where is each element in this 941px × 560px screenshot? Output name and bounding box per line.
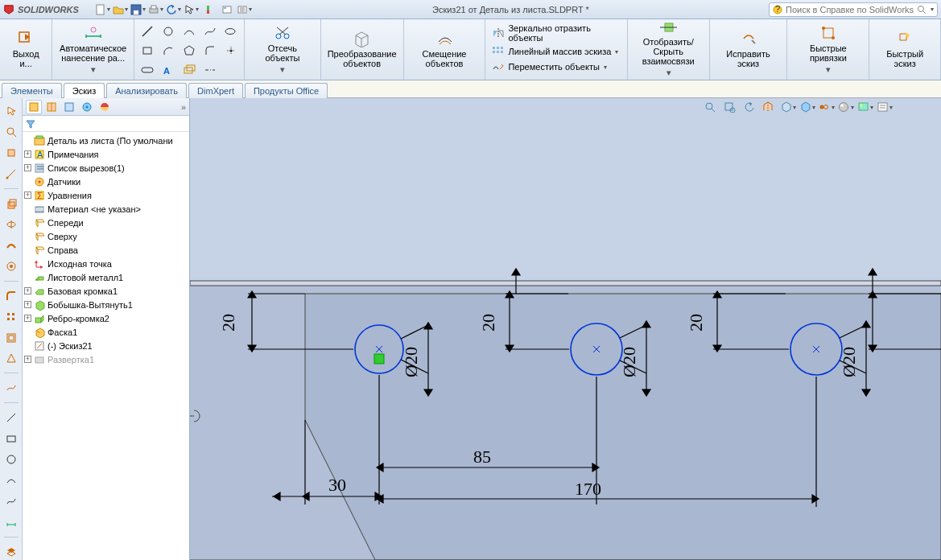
dim-flyout-button[interactable] <box>3 514 19 530</box>
tree-top[interactable]: Сверху <box>23 229 189 243</box>
dim-20-mid[interactable]: 20 <box>478 314 498 331</box>
sketch-select-button[interactable] <box>3 166 19 182</box>
curve-flyout-button[interactable] <box>3 380 19 396</box>
tree-cutlist[interactable]: +Список вырезов(1) <box>23 161 189 175</box>
mirror-button[interactable]: Зеркально отразить объекты <box>489 23 623 43</box>
dim-30[interactable]: 30 <box>328 475 346 495</box>
revolve-flyout-button[interactable] <box>3 216 19 233</box>
repair-sketch-button[interactable]: Исправить эскиз <box>713 21 784 77</box>
select-button[interactable]: ▾ <box>184 2 200 17</box>
select-flyout-button[interactable] <box>3 103 19 119</box>
centerline-tool-button[interactable] <box>200 61 220 79</box>
rect-tool-button[interactable] <box>138 42 157 60</box>
offset-button[interactable]: Смещение объектов <box>407 21 482 77</box>
dim-dia-1[interactable]: Ø20 <box>401 347 421 377</box>
display-relations-button[interactable]: Отобразить/Скрыть взаимосвязи▾ <box>631 21 706 77</box>
trim-button[interactable]: Отсечь объекты▾ <box>248 21 317 77</box>
slot-tool-button[interactable] <box>138 61 157 79</box>
layers-flyout-button[interactable] <box>3 544 19 560</box>
mag-button[interactable] <box>3 124 19 140</box>
dim-dia-3[interactable]: Ø20 <box>839 347 859 377</box>
text-tool-button[interactable]: A <box>159 61 178 79</box>
fillet-flyout-button[interactable] <box>3 288 19 304</box>
tree-tab-feature[interactable] <box>26 100 42 114</box>
save-button[interactable]: ▾ <box>130 2 147 17</box>
rebuild-button[interactable] <box>201 2 217 17</box>
options-button[interactable] <box>219 2 235 17</box>
tree-edgeflange[interactable]: +Ребро-кромка2 <box>23 311 189 325</box>
tree-boss[interactable]: +Бобышка-Вытянуть1 <box>23 298 189 311</box>
convert-button[interactable]: Преобразование объектов <box>324 21 400 77</box>
new-doc-button[interactable]: ▾ <box>95 2 111 17</box>
spline-flyout-button[interactable] <box>3 493 19 509</box>
tree-root[interactable]: Деталь из листа (По умолчани <box>23 134 189 147</box>
extrude-flyout-button[interactable] <box>3 196 19 212</box>
undo-button[interactable]: ▾ <box>166 2 182 17</box>
tree-front[interactable]: Спереди <box>23 216 189 229</box>
face-button[interactable] <box>3 145 19 161</box>
tab-office[interactable]: Продукты Office <box>245 83 328 98</box>
line-tool-button[interactable] <box>138 23 157 40</box>
arc-flyout-button[interactable] <box>3 472 19 488</box>
tree-sensors[interactable]: Датчики <box>23 175 189 188</box>
tree-chamfer[interactable]: Фаска1 <box>23 325 189 339</box>
tree-sheetmetal[interactable]: Листовой металл1 <box>23 270 189 284</box>
tree-baseflange[interactable]: +Базовая кромка1 <box>23 284 189 298</box>
tree-annotations[interactable]: +AПримечания <box>23 147 189 161</box>
rapid-sketch-button[interactable]: Быстрый эскиз <box>873 21 937 77</box>
fillet-tool-button[interactable] <box>200 42 220 60</box>
tree-origin[interactable]: Исходная точка <box>23 257 189 270</box>
linear-pattern-button[interactable]: Линейный массив эскиза▾ <box>489 44 623 59</box>
move-button[interactable]: Переместить объекты▾ <box>489 60 623 74</box>
tree-flatpattern[interactable]: +Развертка1 <box>23 352 189 366</box>
tree-panel-expand[interactable]: » <box>181 102 186 112</box>
tree-tab-display[interactable] <box>97 100 113 114</box>
smart-dimension-button[interactable]: Автоматическое нанесение ра... ▾ <box>56 21 130 77</box>
dim-170[interactable]: 170 <box>575 479 601 499</box>
relations-group: Отобразить/Скрыть взаимосвязи▾ <box>628 19 710 80</box>
tree-filter-bar[interactable] <box>23 116 189 132</box>
graphics-viewport[interactable]: ▾ ▾ ▾ ▾ ▾ ▾ <box>190 98 941 560</box>
search-dropdown[interactable]: ▾ <box>931 6 934 13</box>
ellipse-tool-button[interactable] <box>221 23 241 40</box>
polygon-tool-button[interactable] <box>180 42 199 60</box>
help-search[interactable]: ? ▾ <box>769 2 938 17</box>
tab-evaluate[interactable]: Анализировать <box>106 83 187 98</box>
exit-sketch-button[interactable]: Выход и... <box>3 21 48 77</box>
spline-tool-button[interactable] <box>200 23 220 40</box>
tree-right[interactable]: Справа <box>23 243 189 257</box>
tree-equations[interactable]: +ΣУравнения <box>23 188 189 202</box>
tree-tab-config[interactable] <box>61 100 77 114</box>
tab-features[interactable]: Элементы <box>2 83 62 98</box>
plane-tool-button[interactable] <box>180 61 199 79</box>
tree-sketch21[interactable]: (-) Эскиз21 <box>23 339 189 352</box>
dim-20-right[interactable]: 20 <box>686 314 706 331</box>
shell-flyout-button[interactable] <box>3 330 19 346</box>
circle-tool-button[interactable] <box>159 23 178 40</box>
pattern-flyout-button[interactable] <box>3 309 19 325</box>
arc-tool-button[interactable] <box>159 42 178 60</box>
tab-dimxpert[interactable]: DimXpert <box>188 83 243 98</box>
rect-flyout-button[interactable] <box>3 430 19 447</box>
feature-tree[interactable]: Деталь из листа (По умолчани +AПримечани… <box>23 132 189 560</box>
swept-flyout-button[interactable] <box>3 237 19 253</box>
circle-flyout-button[interactable] <box>3 451 19 467</box>
tab-sketch[interactable]: Эскиз <box>64 83 105 98</box>
coincident-relation-icon[interactable] <box>374 354 384 364</box>
open-button[interactable]: ▾ <box>113 2 129 17</box>
line-flyout-button[interactable] <box>3 410 19 426</box>
refgeom-flyout-button[interactable] <box>3 350 19 366</box>
point-tool-button[interactable] <box>221 42 241 60</box>
dim-20-left[interactable]: 20 <box>218 314 238 331</box>
loft-flyout-button[interactable] <box>3 258 19 274</box>
quick-snaps-button[interactable]: Быстрые привязки▾ <box>790 21 865 77</box>
tree-tab-property[interactable] <box>43 100 60 114</box>
settings-button[interactable]: ▾ <box>237 2 253 17</box>
tree-tab-dimxpert[interactable] <box>79 100 95 114</box>
print-button[interactable]: ▾ <box>148 2 164 17</box>
help-search-input[interactable] <box>786 5 914 14</box>
dim-85[interactable]: 85 <box>473 447 491 467</box>
arc3-tool-button[interactable] <box>180 23 199 40</box>
tree-material[interactable]: Материал <не указан> <box>23 202 189 216</box>
dim-dia-2[interactable]: Ø20 <box>619 347 639 377</box>
